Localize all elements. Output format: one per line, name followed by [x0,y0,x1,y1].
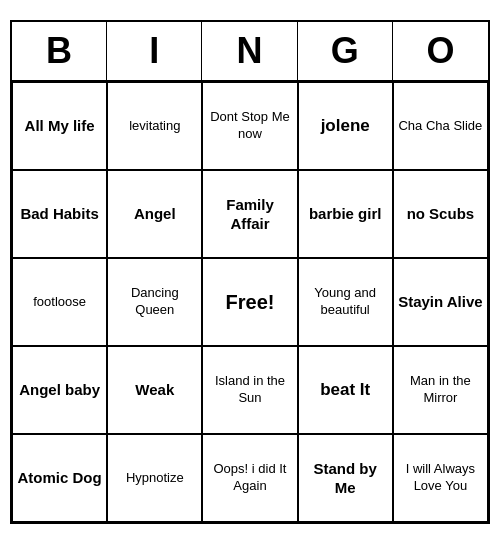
bingo-cell-22[interactable]: Oops! i did It Again [202,434,297,522]
bingo-cell-23[interactable]: Stand by Me [298,434,393,522]
bingo-cell-4[interactable]: Cha Cha Slide [393,82,488,170]
bingo-cell-13[interactable]: Young and beautiful [298,258,393,346]
bingo-letter-i: I [107,22,202,80]
bingo-cell-20[interactable]: Atomic Dog [12,434,107,522]
bingo-cell-8[interactable]: barbie girl [298,170,393,258]
bingo-cell-10[interactable]: footloose [12,258,107,346]
bingo-cell-2[interactable]: Dont Stop Me now [202,82,297,170]
bingo-cell-17[interactable]: Island in the Sun [202,346,297,434]
bingo-cell-16[interactable]: Weak [107,346,202,434]
bingo-letter-b: B [12,22,107,80]
bingo-cell-3[interactable]: jolene [298,82,393,170]
bingo-letter-n: N [202,22,297,80]
bingo-letter-o: O [393,22,488,80]
bingo-cell-14[interactable]: Stayin Alive [393,258,488,346]
bingo-grid: All My lifelevitatingDont Stop Me nowjol… [12,82,488,522]
bingo-cell-18[interactable]: beat It [298,346,393,434]
bingo-cell-1[interactable]: levitating [107,82,202,170]
bingo-card: BINGO All My lifelevitatingDont Stop Me … [10,20,490,524]
bingo-letter-g: G [298,22,393,80]
bingo-cell-11[interactable]: Dancing Queen [107,258,202,346]
bingo-cell-0[interactable]: All My life [12,82,107,170]
bingo-cell-9[interactable]: no Scubs [393,170,488,258]
bingo-cell-19[interactable]: Man in the Mirror [393,346,488,434]
bingo-cell-6[interactable]: Angel [107,170,202,258]
bingo-cell-5[interactable]: Bad Habits [12,170,107,258]
bingo-cell-7[interactable]: Family Affair [202,170,297,258]
bingo-cell-24[interactable]: I will Always Love You [393,434,488,522]
bingo-cell-15[interactable]: Angel baby [12,346,107,434]
bingo-cell-21[interactable]: Hypnotize [107,434,202,522]
bingo-cell-12[interactable]: Free! [202,258,297,346]
bingo-header: BINGO [12,22,488,82]
